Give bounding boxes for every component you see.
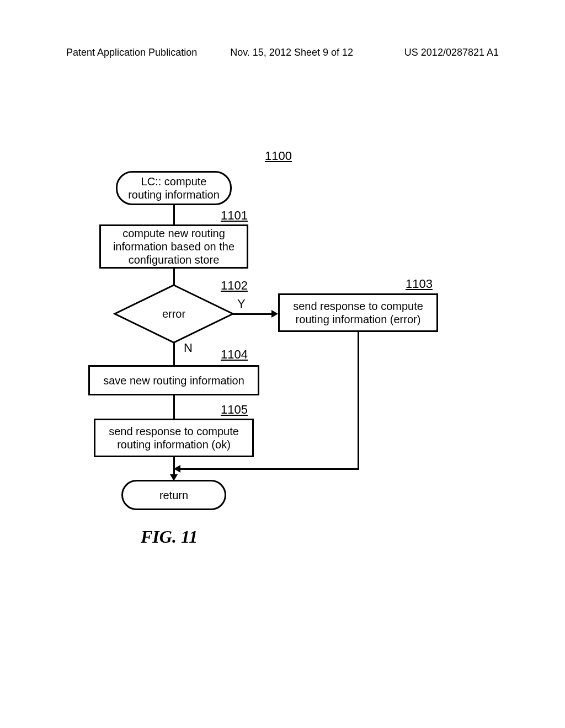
arrow-icon [174, 465, 180, 473]
figure-caption: FIG. 11 [141, 527, 198, 547]
page-header: Patent Application Publication Nov. 15, … [0, 47, 565, 58]
return-terminator: return [121, 480, 226, 510]
process-1103: send response to compute routing informa… [278, 293, 438, 332]
arrow-icon [271, 310, 278, 318]
connector [173, 205, 175, 224]
ref-1104: 1104 [221, 347, 248, 362]
start-text: LC:: compute routing information [128, 175, 220, 201]
process-1104: save new routing information [88, 365, 259, 395]
process-1101: compute new routing information based on… [99, 224, 248, 269]
connector [233, 313, 273, 315]
header-date-sheet: Nov. 15, 2012 Sheet 9 of 12 [230, 47, 353, 58]
ref-1103: 1103 [406, 277, 433, 291]
header-patent-number: US 2012/0287821 A1 [404, 47, 499, 58]
flowchart-diagram: LC:: compute routing information 1101 co… [66, 143, 497, 585]
connector [179, 468, 359, 470]
header-publication: Patent Application Publication [66, 47, 197, 58]
connector [173, 342, 175, 365]
decision-1102: error [113, 283, 234, 344]
ref-1105: 1105 [221, 403, 248, 417]
connector [358, 332, 359, 470]
connector [173, 395, 175, 419]
process-1105-text: send response to compute routing informa… [109, 425, 239, 451]
branch-no: N [184, 341, 193, 355]
start-terminator: LC:: compute routing information [116, 171, 232, 205]
branch-yes: Y [237, 297, 246, 311]
process-1103-text: send response to compute routing informa… [293, 299, 423, 326]
process-1105: send response to compute routing informa… [94, 419, 254, 457]
return-text: return [159, 489, 188, 502]
process-1101-text: compute new routing information based on… [113, 227, 234, 266]
decision-1102-text: error [162, 308, 185, 320]
process-1104-text: save new routing information [103, 374, 244, 387]
ref-1101: 1101 [221, 208, 248, 223]
